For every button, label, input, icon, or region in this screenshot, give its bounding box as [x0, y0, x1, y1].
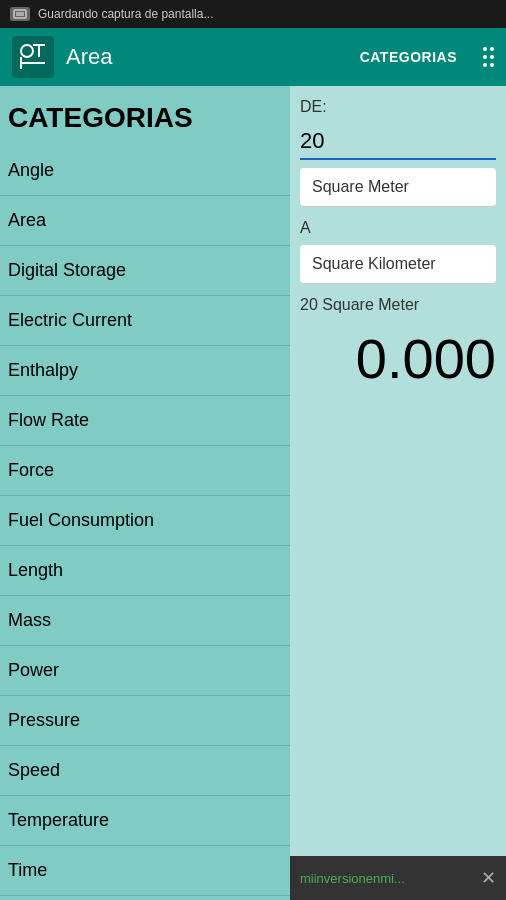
- from-unit-selector[interactable]: Square Meter: [300, 168, 496, 207]
- main-content: CATEGORIAS Angle Area Digital Storage El…: [0, 86, 506, 900]
- conversion-panel: DE: Square Meter A Square Kilometer 20 S…: [290, 86, 506, 900]
- sidebar-item-fuel-consumption[interactable]: Fuel Consumption: [0, 496, 290, 546]
- sidebar-item-digital-storage[interactable]: Digital Storage: [0, 246, 290, 296]
- sidebar-item-mass[interactable]: Mass: [0, 596, 290, 646]
- menu-dot: [490, 47, 494, 51]
- toast-close-button[interactable]: ✕: [481, 867, 496, 889]
- sidebar-item-speed[interactable]: Speed: [0, 746, 290, 796]
- sidebar-item-electric-current[interactable]: Electric Current: [0, 296, 290, 346]
- menu-dot: [490, 55, 494, 59]
- sidebar-item-pressure[interactable]: Pressure: [0, 696, 290, 746]
- menu-dot: [483, 55, 487, 59]
- sidebar-item-time[interactable]: Time: [0, 846, 290, 896]
- sidebar-item-force[interactable]: Force: [0, 446, 290, 496]
- sidebar-item-volume[interactable]: Volume: [0, 896, 290, 900]
- categorias-button[interactable]: CATEGORIAS: [360, 49, 457, 65]
- app-logo: [12, 36, 54, 78]
- svg-rect-1: [16, 12, 24, 16]
- svg-point-2: [21, 45, 33, 57]
- result-value: 0.000: [300, 326, 496, 391]
- sidebar-item-enthalpy[interactable]: Enthalpy: [0, 346, 290, 396]
- sidebar-item-length[interactable]: Length: [0, 546, 290, 596]
- sidebar-item-area[interactable]: Area: [0, 196, 290, 246]
- status-bar: Guardando captura de pantalla...: [0, 0, 506, 28]
- status-text: Guardando captura de pantalla...: [38, 7, 213, 21]
- sidebar-item-flow-rate[interactable]: Flow Rate: [0, 396, 290, 446]
- app-title: Area: [66, 44, 348, 70]
- toast-notification: miinversionenmi... ✕: [290, 856, 506, 900]
- category-list: CATEGORIAS Angle Area Digital Storage El…: [0, 86, 290, 900]
- overflow-menu-button[interactable]: [483, 47, 494, 67]
- screenshot-icon: [10, 7, 30, 21]
- sidebar-item-temperature[interactable]: Temperature: [0, 796, 290, 846]
- toast-text: miinversionenmi...: [300, 871, 473, 886]
- a-label: A: [300, 219, 496, 237]
- conversion-label: 20 Square Meter: [300, 296, 496, 314]
- menu-dot: [490, 63, 494, 67]
- value-input[interactable]: [300, 124, 496, 160]
- category-list-title: CATEGORIAS: [0, 94, 290, 146]
- app-bar: Area CATEGORIAS: [0, 28, 506, 86]
- de-label: DE:: [300, 98, 496, 116]
- sidebar-item-power[interactable]: Power: [0, 646, 290, 696]
- sidebar-item-angle[interactable]: Angle: [0, 146, 290, 196]
- menu-dot: [483, 47, 487, 51]
- menu-dot: [483, 63, 487, 67]
- to-unit-selector[interactable]: Square Kilometer: [300, 245, 496, 284]
